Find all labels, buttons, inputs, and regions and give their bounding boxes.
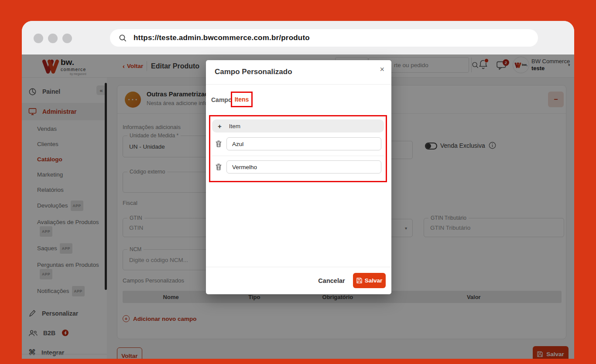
add-item-header[interactable]: + Item <box>212 119 384 133</box>
item-input[interactable] <box>227 138 381 150</box>
modal-header-divider <box>206 84 391 85</box>
item-field <box>226 137 381 150</box>
modal-footer-divider <box>206 267 391 267</box>
tab-campo[interactable]: Campo <box>211 96 232 103</box>
traffic-light-dot[interactable] <box>48 34 58 43</box>
trash-icon <box>216 163 222 170</box>
address-bar[interactable]: https://teste.admin.bwcommerce.com.br/pr… <box>110 29 538 47</box>
url-text: https://teste.admin.bwcommerce.com.br/pr… <box>134 34 310 42</box>
save-button[interactable]: Salvar <box>353 273 386 288</box>
close-icon[interactable]: × <box>380 65 384 74</box>
trash-icon <box>216 140 222 147</box>
item-field <box>226 160 381 173</box>
search-icon <box>119 34 127 42</box>
modal-title: Campo Personalizado <box>215 68 292 76</box>
save-label: Salvar <box>365 277 383 284</box>
item-input[interactable] <box>227 161 381 173</box>
browser-window: https://teste.admin.bwcommerce.com.br/pr… <box>22 21 574 359</box>
delete-item-button[interactable] <box>216 163 222 170</box>
delete-item-button[interactable] <box>216 140 222 147</box>
cancel-button[interactable]: Cancelar <box>317 276 346 286</box>
item-header-label: Item <box>229 123 240 129</box>
browser-chrome: https://teste.admin.bwcommerce.com.br/pr… <box>22 21 574 54</box>
traffic-light-dot[interactable] <box>62 34 72 43</box>
save-icon <box>356 278 362 283</box>
traffic-light-dot[interactable] <box>34 34 43 43</box>
plus-icon: + <box>218 122 222 130</box>
tab-itens[interactable]: Itens <box>231 92 253 107</box>
campo-personalizado-modal: Campo Personalizado × Campo Itens + Item <box>206 60 391 294</box>
items-divider <box>212 156 384 156</box>
